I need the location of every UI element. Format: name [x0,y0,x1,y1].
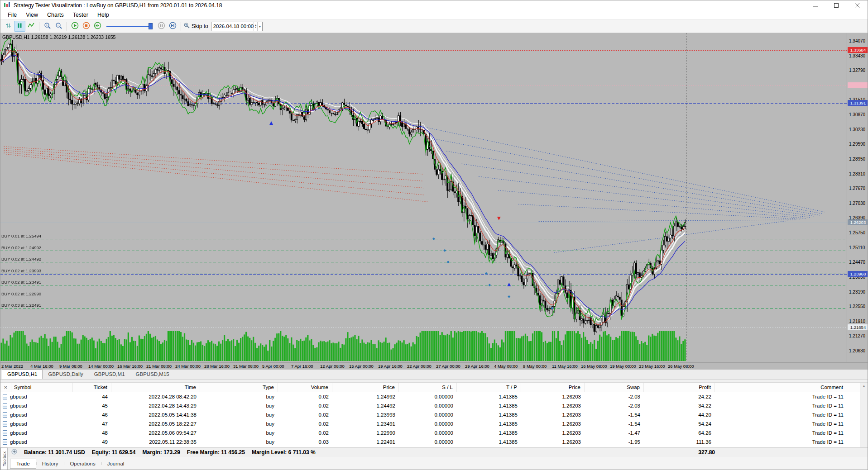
skip-pause-button[interactable] [156,21,167,32]
symbol-text: gbpusd [10,412,27,418]
bottom-tab-trade[interactable]: Trade [10,459,36,469]
time-tick: 16 May 08:00 [581,364,607,369]
cell-price2: 1.26203 [521,428,585,437]
skip-to-date-value: 2026.04.18 00:00 [211,24,254,29]
cell-swap: -1.47 [585,428,644,437]
cell-symbol: gbpusd [0,410,73,419]
time-tick: 19 Apr 16:00 [378,364,403,369]
chart-tab-gbpusd-h1[interactable]: GBPUSD,H1 [2,370,43,379]
price-tick: 1.27030 [849,201,865,206]
date-spinner[interactable]: ▲▼ [254,22,257,31]
menu-charts[interactable]: Charts [43,11,68,19]
speed-slider-handle[interactable] [149,23,153,29]
chart-tab-gbpusd-daily[interactable]: GBPUSD,Daily [43,370,88,379]
trade-row[interactable]: gbpusd462022.05.05 14:41:38buy0.021.2399… [0,410,868,419]
price-tick: 1.25110 [849,245,865,250]
column-header-ticket[interactable]: Ticket [73,383,111,392]
pause-button[interactable] [14,21,25,32]
cell-volume: 0.02 [278,401,332,410]
price-tick: 1.28950 [849,157,865,161]
balance-summary: Balance: 11 301.74 USDEquity: 11 629.54M… [24,449,316,456]
trade-row[interactable]: gbpusd492022.05.11 22:38:35buy0.031.2249… [0,437,868,446]
chart-shift-button[interactable] [3,21,14,32]
cell-swap: -1.54 [585,419,644,428]
bottom-tab-history[interactable]: History [36,459,64,468]
close-button[interactable] [847,0,868,10]
bottom-tab-journal[interactable]: Journal [101,459,130,468]
column-header-volume[interactable]: Volume [278,383,332,392]
cell-swap: -2.03 [585,392,644,401]
cell-ticket: 45 [73,401,111,410]
document-icon [3,421,7,427]
scroll-up-icon[interactable]: ▲ [862,384,866,447]
zoom-out-button[interactable] [53,21,64,32]
trade-row[interactable]: gbpusd442022.04.28 08:42:20buy0.021.2499… [0,392,868,401]
column-header-type[interactable]: Type [200,383,278,392]
chart-area: GBPUSD,H1 1.26158 1.26219 1.26138 1.2620… [0,33,847,362]
speed-slider[interactable] [106,22,153,31]
cell-price2: 1.26203 [521,410,585,419]
price-scale[interactable]: 1.340701.334301.327901.321501.315101.308… [847,33,868,362]
zoom-in-button[interactable] [42,21,53,32]
time-tick: 29 Apr 16:00 [465,364,489,369]
title-bar: Strategy Tester Visualization : LowBuy o… [0,0,868,10]
buy-order-label: BUY 0.03 at 1.22491 [1,303,41,308]
chart-tab-gbpusd-m1[interactable]: GBPUSD,M1 [89,370,130,379]
skip-to-label: Skip to [192,23,208,29]
column-header-symbol[interactable]: Symbol [11,383,73,392]
menu-view[interactable]: View [21,11,43,19]
skip-to-date-field[interactable]: 2026.04.18 00:00 ▲▼ ▼ [211,22,263,31]
time-scale[interactable]: 2 Mar 20224 Mar 16:009 Mar 08:0014 Mar 0… [0,362,868,370]
cell-ticket: 49 [73,437,111,446]
column-header-profit[interactable]: Profit [644,383,715,392]
toolbar: Skip to 2026.04.18 00:00 ▲▼ ▼ [0,19,868,33]
column-header-comment[interactable]: Comment [715,383,847,392]
cell-sl: 0.00000 [399,401,457,410]
trade-row[interactable]: gbpusd472022.05.05 18:22:27buy0.021.2349… [0,419,868,428]
window-splitter[interactable] [0,380,868,383]
price-tick: 1.22550 [849,304,865,309]
menu-file[interactable]: File [3,11,21,19]
chart-tab-gbpusd-m15[interactable]: GBPUSD,M15 [130,370,175,379]
cell-price2: 1.26203 [521,419,585,428]
price-badge: 1.33684 [848,47,868,53]
column-header-price[interactable]: Price [332,383,399,392]
cell-profit: 34.22 [644,401,715,410]
table-scrollbar[interactable]: ▲ [860,383,868,447]
tick-chart-button[interactable] [25,21,37,32]
column-header-price[interactable]: Price [521,383,585,392]
column-header-sl[interactable]: S / L [399,383,457,392]
trade-row[interactable]: gbpusd452022.04.28 14:43:29buy0.021.2449… [0,401,868,410]
stop-button[interactable] [81,21,92,32]
cell-type: buy [200,401,278,410]
time-tick: 24 Mar 00:00 [175,364,201,369]
toolbox-vertical-tab[interactable]: Toolbox [0,447,8,470]
cell-price: 1.22990 [332,428,399,437]
total-profit: 327.80 [691,448,715,457]
skip-to-end-button[interactable] [167,21,178,32]
cell-volume: 0.02 [278,419,332,428]
time-tick: 12 Apr 08:00 [320,364,345,369]
bottom-tab-operations[interactable]: Operations [64,459,101,468]
price-badge: 1.31391 [848,100,868,106]
minimize-button[interactable] [805,0,826,10]
maximize-button[interactable] [826,0,847,10]
price-chart-canvas[interactable] [0,33,847,362]
table-close-button[interactable]: ✕ [0,383,11,392]
cell-tp: 1.41385 [457,410,521,419]
menu-tester[interactable]: Tester [68,11,93,19]
trade-row[interactable]: gbpusd482022.05.06 09:54:27buy0.021.2299… [0,428,868,437]
fast-forward-button[interactable] [92,21,103,32]
price-badge: 1.21654 [848,324,868,330]
menu-help[interactable]: Help [93,11,114,19]
play-button[interactable] [69,21,81,32]
buy-order-label: BUY 0.01 at 1.25494 [1,233,41,238]
column-header-swap[interactable]: Swap [585,383,644,392]
price-tick: 1.33430 [849,53,865,58]
column-header-tp[interactable]: T / P [457,383,521,392]
time-tick: 16 Mar 16:00 [117,364,143,369]
column-header-time[interactable]: Time [111,383,200,392]
cell-price2: 1.26203 [521,392,585,401]
cell-comment: Trade ID = 11 [715,437,847,446]
date-dropdown-arrow[interactable]: ▼ [257,22,262,31]
